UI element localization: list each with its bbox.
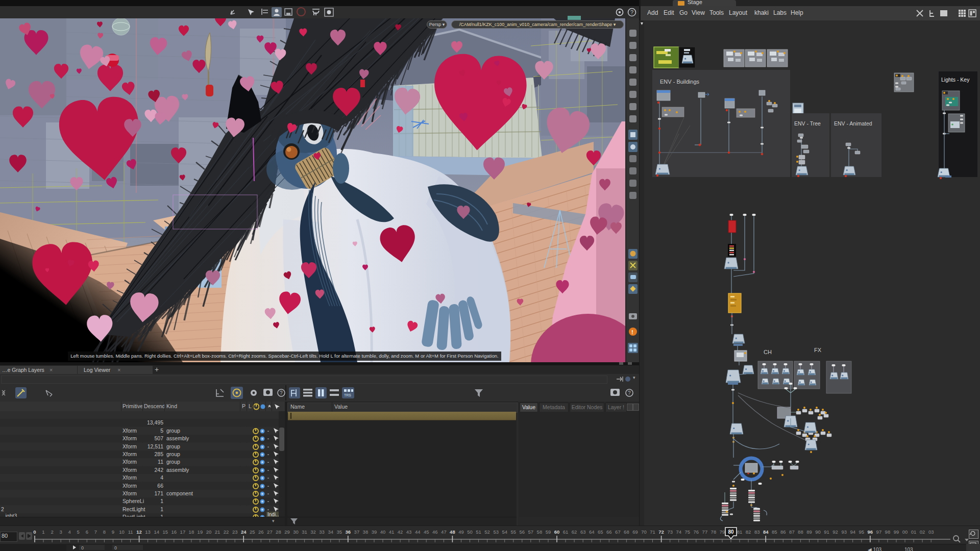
svg-text:81: 81 bbox=[737, 529, 743, 535]
svg-text:34: 34 bbox=[328, 529, 333, 535]
svg-text:12: 12 bbox=[136, 529, 142, 535]
svg-text:85: 85 bbox=[772, 529, 777, 535]
svg-text:ENV - Buildings: ENV - Buildings bbox=[660, 79, 700, 85]
svg-text:8: 8 bbox=[103, 529, 106, 535]
svg-text:0: 0 bbox=[81, 545, 84, 550]
svg-text:Lights - Key: Lights - Key bbox=[941, 77, 970, 83]
svg-text:37: 37 bbox=[354, 529, 360, 535]
svg-text:64: 64 bbox=[589, 529, 595, 535]
svg-text:86: 86 bbox=[780, 529, 786, 535]
svg-text:42: 42 bbox=[398, 529, 403, 535]
svg-text:32: 32 bbox=[310, 529, 316, 535]
svg-text:27: 27 bbox=[267, 529, 273, 535]
svg-text:30: 30 bbox=[293, 529, 299, 535]
svg-text:82: 82 bbox=[746, 529, 751, 535]
svg-text:18: 18 bbox=[189, 529, 194, 535]
svg-text:98: 98 bbox=[885, 529, 891, 535]
svg-text:49: 49 bbox=[458, 529, 464, 535]
svg-text:62: 62 bbox=[572, 529, 577, 535]
svg-text:78: 78 bbox=[711, 529, 717, 535]
svg-text:16: 16 bbox=[172, 529, 177, 535]
svg-text:61: 61 bbox=[563, 529, 569, 535]
svg-text:63: 63 bbox=[580, 529, 586, 535]
svg-text:96: 96 bbox=[868, 529, 873, 535]
svg-text:03: 03 bbox=[928, 529, 934, 535]
svg-text:11: 11 bbox=[128, 529, 133, 535]
svg-text:89: 89 bbox=[806, 529, 812, 535]
svg-text:0: 0 bbox=[114, 545, 117, 550]
svg-text:72: 72 bbox=[658, 529, 664, 535]
svg-text:57: 57 bbox=[528, 529, 534, 535]
svg-text:24: 24 bbox=[241, 529, 247, 535]
svg-text:41: 41 bbox=[389, 529, 395, 535]
svg-text:92: 92 bbox=[832, 529, 838, 535]
svg-text:40: 40 bbox=[380, 529, 386, 535]
svg-text:13: 13 bbox=[145, 529, 151, 535]
svg-text:73: 73 bbox=[667, 529, 673, 535]
svg-text:?: ? bbox=[630, 9, 633, 15]
svg-text:50: 50 bbox=[467, 529, 473, 535]
svg-text:67: 67 bbox=[615, 529, 621, 535]
svg-text:70: 70 bbox=[641, 529, 647, 535]
svg-text:28: 28 bbox=[276, 529, 281, 535]
svg-text:48: 48 bbox=[450, 529, 455, 535]
svg-text:76: 76 bbox=[694, 529, 699, 535]
svg-text:4: 4 bbox=[68, 529, 71, 535]
svg-text:91: 91 bbox=[824, 529, 829, 535]
svg-text:58: 58 bbox=[537, 529, 543, 535]
svg-text:52: 52 bbox=[484, 529, 490, 535]
svg-text:17: 17 bbox=[180, 529, 186, 535]
svg-text:55: 55 bbox=[511, 529, 517, 535]
svg-text:53: 53 bbox=[493, 529, 499, 535]
svg-text:77: 77 bbox=[702, 529, 708, 535]
svg-text:!: ! bbox=[631, 329, 633, 335]
svg-text:43: 43 bbox=[406, 529, 412, 535]
svg-text:10: 10 bbox=[119, 529, 125, 535]
svg-text:7: 7 bbox=[94, 529, 97, 535]
svg-text:94: 94 bbox=[850, 529, 855, 535]
svg-text:84: 84 bbox=[763, 529, 769, 535]
svg-text:39: 39 bbox=[372, 529, 377, 535]
svg-text:9: 9 bbox=[112, 529, 114, 535]
svg-text:90: 90 bbox=[815, 529, 821, 535]
svg-text:1: 1 bbox=[42, 529, 44, 535]
svg-text:45: 45 bbox=[424, 529, 429, 535]
svg-text:68: 68 bbox=[624, 529, 629, 535]
svg-text:66: 66 bbox=[606, 529, 612, 535]
svg-text:44: 44 bbox=[415, 529, 421, 535]
svg-text:15: 15 bbox=[163, 529, 168, 535]
svg-text:31: 31 bbox=[302, 529, 307, 535]
svg-text:97: 97 bbox=[876, 529, 882, 535]
svg-text:00: 00 bbox=[902, 529, 908, 535]
svg-text:93: 93 bbox=[841, 529, 847, 535]
svg-text:56: 56 bbox=[520, 529, 525, 535]
svg-text:19: 19 bbox=[198, 529, 203, 535]
svg-text:59: 59 bbox=[546, 529, 551, 535]
svg-text:88: 88 bbox=[798, 529, 803, 535]
svg-text:ENV - Tree: ENV - Tree bbox=[794, 120, 821, 127]
svg-text:51: 51 bbox=[476, 529, 481, 535]
svg-text:0: 0 bbox=[33, 529, 36, 535]
svg-text:35: 35 bbox=[337, 529, 342, 535]
svg-text:87: 87 bbox=[789, 529, 795, 535]
svg-text:14: 14 bbox=[154, 529, 159, 535]
svg-text:95: 95 bbox=[859, 529, 865, 535]
svg-text:5: 5 bbox=[77, 529, 80, 535]
svg-text:80: 80 bbox=[728, 529, 734, 535]
svg-text:TRS: TRS bbox=[344, 393, 351, 397]
svg-text:36: 36 bbox=[346, 529, 351, 535]
svg-text:74: 74 bbox=[676, 529, 681, 535]
svg-text:26: 26 bbox=[258, 529, 264, 535]
svg-text:3: 3 bbox=[60, 529, 62, 535]
svg-text:47: 47 bbox=[441, 529, 447, 535]
svg-text:38: 38 bbox=[363, 529, 369, 535]
svg-text:25: 25 bbox=[250, 529, 255, 535]
svg-text:2: 2 bbox=[51, 529, 53, 535]
svg-text:?: ? bbox=[280, 390, 283, 396]
svg-text:02: 02 bbox=[920, 529, 925, 535]
svg-text:33: 33 bbox=[319, 529, 325, 535]
svg-text:60: 60 bbox=[554, 529, 560, 535]
svg-text:FX: FX bbox=[814, 347, 822, 353]
svg-text:71: 71 bbox=[650, 529, 655, 535]
svg-text:20: 20 bbox=[206, 529, 212, 535]
